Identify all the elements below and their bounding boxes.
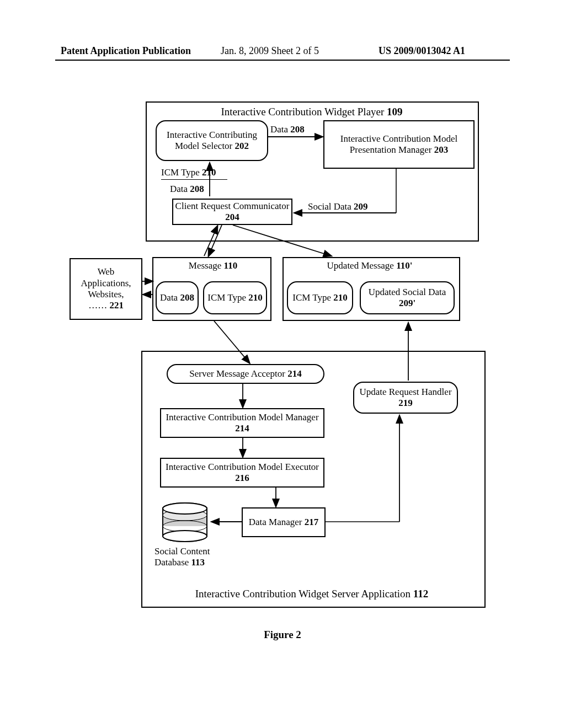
icm-selector-block: Interactive Contributing Model Selector … (156, 120, 268, 161)
database-label: Social Content Database 113 (154, 546, 237, 568)
svg-point-4 (163, 531, 207, 542)
icm-manager-block: Interactive Contribution Model Manager 2… (160, 408, 324, 438)
player-title: Interactive Contribution Widget Player 1… (166, 106, 458, 118)
svg-point-5 (163, 503, 207, 514)
server-title: Interactive Contribution Widget Server A… (154, 588, 469, 600)
updated-social-data-pill: Updated Social Data 209' (360, 281, 455, 314)
server-message-acceptor-block: Server Message Acceptor 214 (167, 364, 324, 384)
data-208-mid-label: Data 208 (170, 184, 236, 195)
icm-executor-block: Interactive Contribution Model Executor … (160, 458, 324, 488)
web-apps-block: Web Applications, Websites, …… 221 (70, 258, 142, 320)
header-rule (55, 60, 510, 61)
data-manager-block: Data Manager 217 (242, 507, 326, 537)
database-icon (160, 502, 210, 546)
icm-type-210-label: ICM Type 210 (161, 167, 238, 180)
header-date-sheet: Jan. 8, 2009 Sheet 2 of 5 (221, 45, 319, 57)
icm-type-210-pill-left: ICM Type 210 (203, 281, 267, 314)
update-request-handler-block: Update Request Handler 219 (353, 382, 458, 414)
icm-type-210-pill-right: ICM Type 210 (287, 281, 353, 314)
data-208-pill: Data 208 (156, 281, 199, 314)
message-110-label: Message 110 (163, 260, 263, 271)
figure-caption: Figure 2 (0, 629, 565, 641)
social-data-209-label: Social Data 209 (308, 201, 396, 212)
data-208-top-label: Data 208 (270, 124, 320, 135)
client-request-communicator-block: Client Request Communicator 204 (172, 199, 292, 225)
header-publication-number: US 2009/0013042 A1 (379, 45, 465, 57)
header-publication-label: Patent Application Publication (61, 45, 191, 57)
updated-message-label: Updated Message 110' (287, 260, 452, 271)
icm-presentation-manager-block: Interactive Contribution Model Presentat… (323, 120, 475, 169)
